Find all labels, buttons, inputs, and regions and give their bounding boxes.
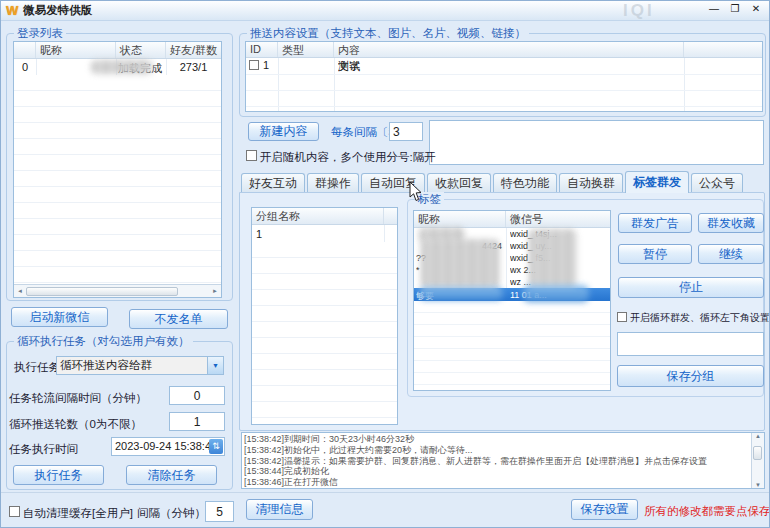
- tab-official-account[interactable]: 公众号: [691, 173, 743, 193]
- task-select[interactable]: 循环推送内容给群 ▼: [56, 356, 224, 375]
- tab-friend-interaction[interactable]: 好友互动: [241, 173, 305, 193]
- datetime-spinner-icon[interactable]: ⇅: [209, 439, 223, 454]
- tab-group-operations[interactable]: 群操作: [307, 173, 359, 193]
- row-checkbox[interactable]: [249, 60, 259, 70]
- login-empty-rows: [14, 75, 221, 284]
- log-line: [15:38:42]温馨提示：如果需要护群、回复群消息、新人进群等，需在群操作里…: [244, 456, 749, 467]
- tab-special-features[interactable]: 特色功能: [493, 173, 557, 193]
- loop-mass-send-label: 开启循环群发、循环左下角设置: [630, 311, 770, 325]
- scroll-right-icon[interactable]: ►: [209, 288, 221, 294]
- mass-send-favorites-button[interactable]: 群发收藏: [698, 213, 764, 233]
- new-content-button[interactable]: 新建内容: [248, 122, 319, 141]
- censor-mosaic: [529, 229, 577, 289]
- exec-time-field[interactable]: 2023-09-24 15:38:41 ⇅: [111, 437, 225, 456]
- col-content: 内容: [334, 42, 684, 57]
- pause-button[interactable]: 暂停: [618, 244, 692, 264]
- loop-task-title: 循环执行任务（对勾选用户有效）: [14, 334, 193, 349]
- group-row[interactable]: 1: [256, 228, 376, 240]
- chevron-down-icon[interactable]: ▼: [207, 357, 223, 374]
- col-type: 类型: [278, 42, 334, 57]
- col-status: 状态: [116, 42, 166, 58]
- login-table-header: 昵称 状态 好友/群数: [14, 42, 221, 59]
- mouse-cursor-icon: [409, 182, 423, 202]
- mass-send-ads-button[interactable]: 群发广告: [618, 213, 692, 233]
- random-content-label: 开启随机内容，多个使用分号:隔开: [260, 150, 436, 165]
- col-nickname: 昵称: [36, 42, 116, 58]
- auto-clean-cache-checkbox[interactable]: [9, 506, 20, 517]
- exec-time-value: 2023-09-24 15:38:41: [115, 440, 217, 452]
- msg-interval-input[interactable]: [389, 122, 423, 141]
- cache-interval-label: 间隔（分钟）: [137, 506, 206, 521]
- loop-mass-send-checkbox[interactable]: [617, 312, 627, 322]
- task-label: 执行任务: [14, 360, 60, 375]
- extra-content-textarea[interactable]: [429, 120, 764, 165]
- log-lines: [15:38:42]到期时间：30天23小时46分32秒 [15:38:42]初…: [244, 434, 749, 487]
- scrollbar-thumb[interactable]: [26, 287, 178, 296]
- maximize-icon[interactable]: ❐: [729, 3, 741, 14]
- scroll-up-icon[interactable]: ▲: [752, 433, 764, 439]
- save-group-button[interactable]: 保存分组: [617, 365, 764, 387]
- log-line: [15:38:44]完成初始化: [244, 466, 749, 477]
- tab-tag-mass-send[interactable]: 标签群发: [625, 171, 689, 193]
- log-box[interactable]: [15:38:42]到期时间：30天23小时46分32秒 [15:38:42]初…: [241, 432, 765, 489]
- tag-table-header: 昵称 微信号: [414, 211, 610, 228]
- col-ratio: 好友/群数: [166, 42, 221, 58]
- resume-button[interactable]: 继续: [698, 244, 764, 264]
- log-line: [15:38:42]到期时间：30天23小时46分32秒: [244, 434, 749, 445]
- rotate-interval-label: 任务轮流间隔时间（分钟）: [9, 391, 147, 406]
- start-new-wechat-button[interactable]: 启动新微信: [11, 307, 108, 327]
- push-content-title: 推送内容设置（支持文本、图片、名片、视频、链接）: [247, 26, 529, 41]
- scrollbar-thumb[interactable]: [753, 446, 762, 460]
- app-window: W 微易发特供版 IQI — ❐ ✕ 登录列表 昵称 状态 好友/群数 0 加载…: [0, 0, 770, 528]
- push-content-table[interactable]: ID 类型 内容 1 文字 测试: [245, 41, 763, 112]
- group-name-table[interactable]: 分组名称 1: [251, 207, 398, 425]
- footer-divider: [1, 492, 770, 493]
- cache-interval-input[interactable]: [205, 501, 234, 522]
- col-tag-nickname: 昵称: [414, 211, 506, 227]
- auto-clean-cache-label: 自动清理缓存[全用户]: [23, 506, 133, 521]
- run-task-button[interactable]: 执行任务: [13, 465, 104, 485]
- censor-mosaic: [419, 287, 503, 300]
- col-index: [14, 42, 36, 58]
- log-line: [15:38:46]正在打开微信: [244, 477, 749, 487]
- close-icon[interactable]: ✕: [750, 3, 762, 14]
- random-content-checkbox[interactable]: [246, 150, 257, 161]
- col-id: ID: [246, 42, 278, 57]
- stop-button[interactable]: 停止: [618, 277, 764, 298]
- rounds-label: 循环推送轮数（0为不限）: [9, 417, 142, 432]
- login-hscrollbar[interactable]: ◄ ►: [14, 284, 221, 297]
- window-controls: — ❐ ✕: [708, 3, 762, 14]
- rotate-interval-input[interactable]: [169, 386, 225, 405]
- col-tag-wxid: 微信号: [506, 211, 610, 227]
- row-content: 测试: [338, 59, 678, 74]
- tab-auto-switch-group[interactable]: 自动换群: [559, 173, 623, 193]
- log-line: [15:38:42]初始化中，此过程大约需要20秒，请耐心等待...: [244, 445, 749, 456]
- save-notice-text: 所有的修改都需要点保存: [644, 504, 770, 519]
- tab-bar: 好友互动 群操作 自动回复 收款回复 特色功能 自动换群 标签群发 公众号: [241, 172, 745, 193]
- login-list-title: 登录列表: [14, 26, 66, 41]
- task-select-value: 循环推送内容给群: [60, 359, 152, 371]
- minimize-icon[interactable]: —: [708, 3, 720, 14]
- exec-time-label: 任务执行时间: [9, 442, 78, 457]
- save-settings-button[interactable]: 保存设置: [571, 499, 638, 520]
- censor-mosaic: [523, 285, 589, 302]
- login-table[interactable]: 昵称 状态 好友/群数 0 加载完成 273/1 ◄ ►: [13, 41, 222, 298]
- app-logo-icon: W: [6, 4, 18, 17]
- rounds-input[interactable]: [169, 412, 225, 431]
- scroll-down-icon[interactable]: ▼: [752, 482, 764, 488]
- log-vscrollbar[interactable]: ▲ ▼: [751, 433, 764, 488]
- censor-mosaic: [421, 239, 499, 289]
- group-name-header: 分组名称: [252, 208, 397, 225]
- clear-info-button[interactable]: 清理信息: [246, 499, 313, 520]
- tag-group-name-input[interactable]: [617, 332, 764, 356]
- no-send-list-button[interactable]: 不发名单: [129, 309, 228, 329]
- window-title: 微易发特供版: [23, 3, 92, 18]
- push-table-header: ID 类型 内容: [246, 42, 762, 58]
- tab-payment-reply[interactable]: 收款回复: [427, 173, 491, 193]
- censor-mosaic: [91, 60, 153, 74]
- clear-task-button[interactable]: 清除任务: [126, 465, 217, 485]
- scroll-left-icon[interactable]: ◄: [14, 288, 26, 294]
